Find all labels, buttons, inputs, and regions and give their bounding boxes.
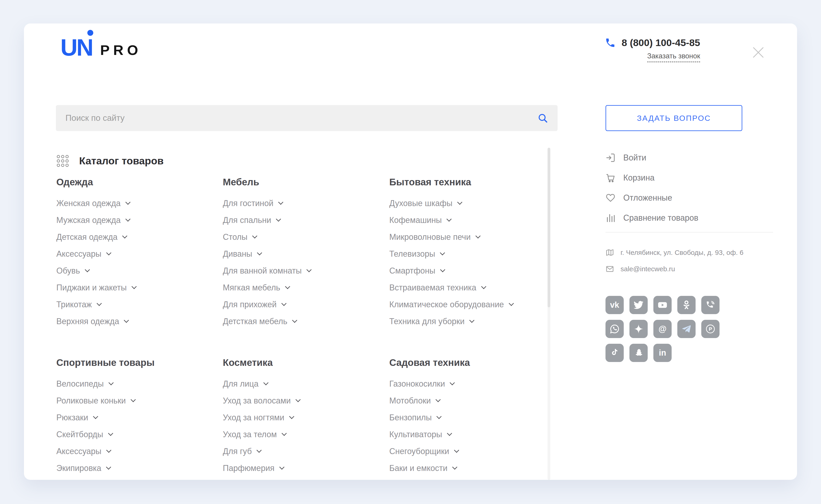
vk-icon[interactable]: vk <box>606 296 624 314</box>
store-email[interactable]: sale@intecweb.ru <box>621 265 675 273</box>
youtube-icon[interactable] <box>653 296 672 314</box>
login-link[interactable]: Войти <box>606 148 774 168</box>
search-icon[interactable] <box>538 113 548 123</box>
request-callback-link[interactable]: Заказать звонок <box>647 52 700 62</box>
category-link[interactable]: Детсткая мебель <box>223 313 375 330</box>
linkedin-icon[interactable]: in <box>653 344 672 362</box>
category-link-label: Детсткая мебель <box>223 317 287 326</box>
site-logo[interactable]: UN PRO <box>60 38 142 57</box>
viber-icon[interactable] <box>701 296 720 314</box>
category-link[interactable]: Снегоуборщики <box>389 443 542 460</box>
category-link[interactable]: Для спальни <box>223 212 375 229</box>
category-link[interactable]: Скейтборды <box>56 426 209 443</box>
category-link-label: Уход за ногтями <box>223 413 284 422</box>
compare-link[interactable]: Сравнение товаров <box>606 208 774 228</box>
category-link[interactable]: Столы <box>223 229 375 246</box>
category-title: Спортивные товары <box>56 357 209 368</box>
category-link[interactable]: Для гостиной <box>223 195 375 212</box>
category-link[interactable]: Мягкая мебель <box>223 279 375 296</box>
category-link[interactable]: Для ванной комнаты <box>223 262 375 279</box>
address-row: г. Челябинск, ул. Свободы, д. 93, оф. 6 <box>606 244 774 261</box>
category-link-label: Уход за волосами <box>223 396 291 406</box>
twitter-icon[interactable] <box>630 296 648 314</box>
chevron-down-icon <box>252 233 257 239</box>
chevron-down-icon <box>285 284 290 289</box>
phone-number[interactable]: 8 (800) 100-45-85 <box>622 37 700 48</box>
category-link[interactable]: Парфюмерия <box>223 460 375 477</box>
category-link[interactable]: Аксессуары <box>56 443 209 460</box>
category-link[interactable]: Климатическое оборудование <box>389 296 542 313</box>
mailru-icon[interactable]: @ <box>653 320 672 338</box>
category-link[interactable]: Мужская одежда <box>56 212 209 229</box>
ask-question-button[interactable]: ЗАДАТЬ ВОПРОС <box>606 105 742 131</box>
scrollbar-thumb[interactable] <box>548 148 550 307</box>
phone-block: 8 (800) 100-45-85 Заказать звонок <box>605 37 700 62</box>
category-link[interactable]: Рюкзаки <box>56 409 209 426</box>
category-link[interactable]: Трикотаж <box>56 296 209 313</box>
social-links: vk <box>606 296 720 362</box>
pinterest-icon[interactable]: P <box>701 320 720 338</box>
category-link[interactable]: Роликовые коньки <box>56 392 209 409</box>
category-link[interactable]: Мотоблоки <box>389 392 542 409</box>
yandex-zen-icon[interactable] <box>630 320 648 338</box>
chevron-down-icon <box>440 267 446 272</box>
chevron-down-icon <box>257 250 262 256</box>
category-link[interactable]: Для лица <box>223 375 375 392</box>
chevron-down-icon <box>106 250 111 256</box>
category-link[interactable]: Детская одежда <box>56 229 209 246</box>
category-link[interactable]: Для прихожей <box>223 296 375 313</box>
category-link[interactable]: Бензопилы <box>389 409 542 426</box>
category-link[interactable]: Аксессуары <box>56 246 209 262</box>
category-link-label: Экипировка <box>56 463 101 473</box>
category-link[interactable]: Кофемашины <box>389 212 542 229</box>
chevron-down-icon <box>447 431 452 436</box>
telegram-icon[interactable] <box>677 320 696 338</box>
snapchat-icon[interactable] <box>630 344 648 362</box>
category-title: Косметика <box>223 357 375 368</box>
whatsapp-icon[interactable] <box>606 320 624 338</box>
category-link[interactable]: Уход за волосами <box>223 392 375 409</box>
category-link-label: Женская одежда <box>56 199 121 208</box>
category-link[interactable]: Уход за ногтями <box>223 409 375 426</box>
compare-label: Сравнение товаров <box>623 213 698 223</box>
tiktok-icon[interactable] <box>606 344 624 362</box>
category-link-label: Для спальни <box>223 215 271 225</box>
category-link[interactable]: Культиваторы <box>389 426 542 443</box>
category-link[interactable]: Велосипеды <box>56 375 209 392</box>
odnoklassniki-icon[interactable] <box>677 296 696 314</box>
category-link[interactable]: Для губ <box>223 443 375 460</box>
category-link-label: Парфюмерия <box>223 463 274 473</box>
chevron-down-icon <box>437 414 442 419</box>
chevron-down-icon <box>131 284 137 289</box>
category-link[interactable]: Смартфоны <box>389 262 542 279</box>
category-link-label: Мужская одежда <box>56 215 121 225</box>
close-icon[interactable] <box>750 44 766 60</box>
grid-dots-icon <box>56 155 69 167</box>
right-sidebar: Войти Корзина Отложенные Сравнение товар… <box>606 148 774 362</box>
category-link[interactable]: Встраиваемая техника <box>389 279 542 296</box>
chevron-down-icon <box>108 431 113 436</box>
login-icon <box>606 153 616 163</box>
category-link[interactable]: Экипировка <box>56 460 209 477</box>
category-link[interactable]: Техника для уборки <box>389 313 542 330</box>
category-link[interactable]: Баки и емкости <box>389 460 542 477</box>
category-title: Бытовая техника <box>389 177 542 188</box>
chevron-down-icon <box>447 217 452 222</box>
category-link[interactable]: Обувь <box>56 262 209 279</box>
chevron-down-icon <box>125 217 131 222</box>
category-link[interactable]: Диваны <box>223 246 375 262</box>
category-link[interactable]: Микроволновые печи <box>389 229 542 246</box>
category-link[interactable]: Верхняя одежда <box>56 313 209 330</box>
category-link-label: Мягкая мебель <box>223 283 280 292</box>
category-link[interactable]: Женская одежда <box>56 195 209 212</box>
cart-link[interactable]: Корзина <box>606 168 774 188</box>
category-link[interactable]: Духовые шкафы <box>389 195 542 212</box>
category-link[interactable]: Уход за телом <box>223 426 375 443</box>
favorites-link[interactable]: Отложенные <box>606 188 774 208</box>
chevron-down-icon <box>306 267 312 272</box>
search-input[interactable] <box>65 113 538 123</box>
category-link[interactable]: Пиджаки и жакеты <box>56 279 209 296</box>
category-link-label: Трикотаж <box>56 300 92 309</box>
category-link[interactable]: Телевизоры <box>389 246 542 262</box>
category-link[interactable]: Газонокосилки <box>389 375 542 392</box>
